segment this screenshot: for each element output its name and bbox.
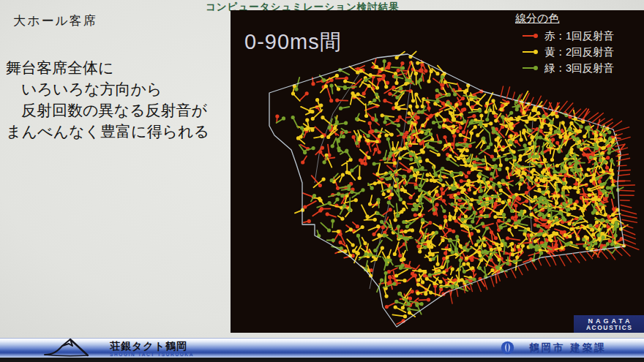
venue-logo-texts: 荘銀タクト鶴岡 SHOGIN TACT TSURUOKA [110,337,194,358]
red-arrow-icon [521,32,540,39]
legend: 線分の色 赤：1回反射音 黄：2回反射音 [511,12,637,76]
nagata-logo-line1: NAGATA [585,317,632,325]
legend-label-green: 緑：3回反射音 [544,61,614,75]
paragraph-line-4: まんべんなく豊富に得られる [6,121,209,142]
photo-bottom-edge [0,358,644,362]
venue-name-roman: SHOGIN TACT TSURUOKA [110,352,194,358]
paragraph-line-3: 反射回数の異なる反射音が [6,99,209,121]
green-arrow-icon [521,64,540,72]
paragraph-line-1: 舞台客席全体に [6,57,209,78]
legend-label-red: 赤：1回反射音 [544,29,614,43]
simulation-panel: 0-90ms間 線分の色 赤：1回反射音 黄：2回反射音 [231,10,644,333]
yellow-arrow-icon [521,48,540,56]
legend-item-green: 緑：3回反射音 [511,60,637,76]
hall-section-label: 大ホール客席 [13,12,97,29]
description-paragraph: 舞台客席全体に いろいろな方向から 反射回数の異なる反射音が まんべんなく豊富に… [6,57,209,142]
venue-name: 荘銀タクト鶴岡 [110,341,194,352]
venue-logo: 荘銀タクト鶴岡 SHOGIN TACT TSURUOKA [42,337,194,359]
legend-title: 線分の色 [515,12,637,26]
nagata-acoustics-logo: NAGATA ACOUSTICS [574,315,644,333]
legend-item-yellow: 黄：2回反射音 [511,44,637,60]
mountain-logo-icon [42,337,107,359]
legend-label-yellow: 黄：2回反射音 [544,45,614,59]
footer-bar: 荘銀タクト鶴岡 SHOGIN TACT TSURUOKA 鶴岡市 建築課 [0,338,644,358]
nagata-logo-line2: ACOUSTICS [585,325,632,331]
legend-item-red: 赤：1回反射音 [511,28,637,44]
time-window-label: 0-90ms間 [244,28,342,57]
city-emblem-icon [501,341,514,355]
city-department-label: 鶴岡市 建築課 [529,342,607,355]
paragraph-line-2: いろいろな方向から [6,78,209,99]
city-credit: 鶴岡市 建築課 [501,341,607,355]
slide-background: コンピュータシュミレーション検討結果 大ホール客席 舞台客席全体に いろいろな方… [0,0,644,362]
